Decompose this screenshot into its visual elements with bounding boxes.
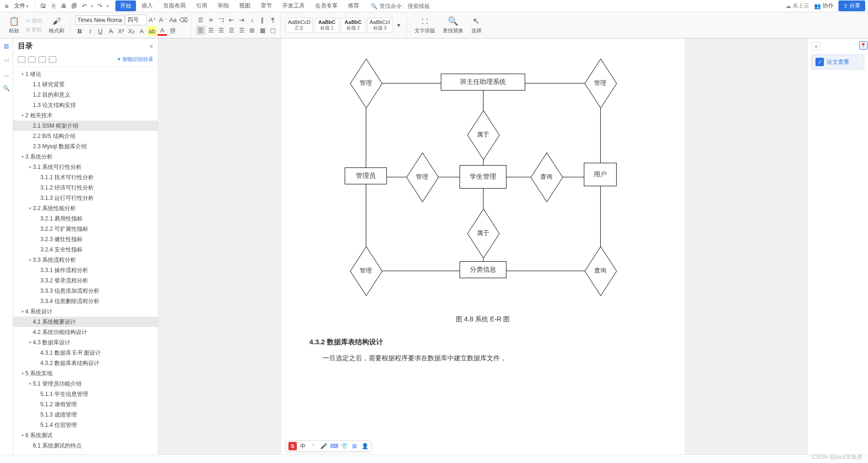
pages-rail-icon[interactable]: ▭: [2, 55, 11, 65]
tree-item[interactable]: 5.1.4 住宿管理: [13, 420, 158, 430]
hamburger-icon[interactable]: ≡: [3, 1, 10, 11]
document-area[interactable]: 管理 管理 班主任助理系统 属于 管理员 管理 学生管理 查询 用户 属于 管理…: [159, 38, 807, 455]
tree-caret-icon[interactable]: ▾: [27, 338, 33, 347]
increase-font-icon[interactable]: A⁺: [148, 15, 157, 25]
font-size-select[interactable]: 四号: [125, 15, 147, 25]
tree-caret-icon[interactable]: ▾: [20, 369, 25, 378]
tree-caret-icon[interactable]: ▾: [27, 163, 33, 171]
ime-user-icon[interactable]: 👤: [361, 442, 369, 450]
tree-item[interactable]: 4.2 系统功能结构设计: [13, 327, 158, 337]
tab-dev-tools[interactable]: 开发工具: [278, 0, 309, 11]
tree-caret-icon[interactable]: ▾: [27, 204, 33, 213]
tree-item[interactable]: 3.1.3 运行可行性分析: [13, 193, 158, 203]
tree-item[interactable]: ▾3 系统分析: [13, 152, 158, 162]
tree-item[interactable]: 2.3 Mysql 数据库介绍: [13, 141, 158, 152]
tree-item[interactable]: ▾3.2 系统性能分析: [13, 203, 158, 213]
bold-button[interactable]: B: [75, 26, 84, 36]
tree-item[interactable]: 5.1.2 请假管理: [13, 399, 158, 410]
tree-caret-icon[interactable]: ▾: [20, 70, 25, 78]
paper-check-button[interactable]: ✓ 论文查重: [811, 54, 864, 69]
underline-button[interactable]: U: [96, 26, 105, 36]
outline-tree[interactable]: ▾1 绪论1.1 研究背景1.2 目的和意义1.3 论文结构安排▾2 相关技术2…: [13, 67, 158, 455]
cut-button[interactable]: ✂剪切: [24, 17, 44, 25]
line-spacing-button[interactable]: ‖: [258, 15, 267, 25]
ime-toolbar[interactable]: S 中 ° 🎤 ⌨ 👕 ⊞ 👤: [286, 440, 371, 452]
find-replace-button[interactable]: 🔍查找替换: [440, 15, 466, 35]
tree-item[interactable]: ▾1 绪论: [13, 69, 158, 79]
text-layout-button[interactable]: ⸬文字排版: [412, 15, 438, 35]
tree-item[interactable]: 5.1.1 学生信息管理: [13, 389, 158, 399]
collapse-button[interactable]: ≡: [811, 42, 821, 51]
align-left-button[interactable]: ☰: [196, 26, 205, 35]
change-case-icon[interactable]: Aa: [168, 15, 178, 25]
tree-item[interactable]: 3.2.1 易用性指标: [13, 213, 158, 224]
style-heading3[interactable]: AaBbCcI标题 3: [367, 18, 392, 33]
tree-item[interactable]: ▾3.1 系统可行性分析: [13, 162, 158, 172]
tab-references[interactable]: 引用: [191, 0, 212, 11]
numbering-button[interactable]: ≡: [206, 15, 216, 25]
tree-item[interactable]: 6.1 系统测试的特点: [13, 440, 158, 451]
ime-apps-icon[interactable]: ⊞: [350, 442, 359, 450]
tab-chapter[interactable]: 章节: [256, 0, 277, 11]
superscript-button[interactable]: X²: [116, 26, 126, 36]
search-input[interactable]: [379, 3, 436, 9]
tree-item[interactable]: 2.1 SSM 框架介绍: [13, 121, 158, 131]
ime-mic-icon[interactable]: 🎤: [319, 442, 328, 450]
tree-item[interactable]: 3.3.2 登录流程分析: [13, 275, 158, 286]
tree-item[interactable]: ▾2 相关技术: [13, 110, 158, 121]
tree-item[interactable]: 3.1.1 技术可行性分析: [13, 172, 158, 182]
tree-item[interactable]: 4.1 系统概要设计: [13, 317, 158, 327]
pin-icon[interactable]: 📍: [859, 41, 868, 50]
tree-item[interactable]: 3.3.3 信息添加流程分析: [13, 286, 158, 296]
tree-item[interactable]: 1.1 研究背景: [13, 79, 158, 90]
tree-item[interactable]: 3.2.4 安全性指标: [13, 244, 158, 255]
outline-level1-icon[interactable]: [18, 56, 25, 63]
outline-level3-icon[interactable]: [38, 56, 46, 63]
tab-insert[interactable]: 插入: [137, 0, 158, 11]
tree-item[interactable]: 1.3 论文结构安排: [13, 100, 158, 110]
shading-button[interactable]: ▦: [258, 26, 267, 35]
tree-item[interactable]: ▾4 系统设计: [13, 306, 158, 317]
chevron-down-icon[interactable]: ▾: [91, 4, 93, 8]
tab-member[interactable]: 会员专享: [310, 0, 342, 11]
collab-button[interactable]: 👥 协作: [814, 2, 834, 10]
phonetic-button[interactable]: 拼: [168, 26, 177, 36]
bookmark-rail-icon[interactable]: ◡: [2, 69, 11, 79]
font-name-select[interactable]: Times New Roma: [75, 15, 124, 25]
clear-format-icon[interactable]: ⌫: [179, 15, 188, 25]
show-marks-button[interactable]: ¶: [268, 15, 278, 25]
ime-logo-icon[interactable]: S: [288, 442, 297, 450]
tree-caret-icon[interactable]: ▾: [20, 307, 25, 316]
borders-button[interactable]: ▢: [268, 26, 278, 35]
search-rail-icon[interactable]: 🔍: [2, 83, 11, 93]
outline-rail-icon[interactable]: ▥: [2, 41, 11, 51]
tab-view[interactable]: 视图: [234, 0, 255, 11]
ime-keyboard-icon[interactable]: ⌨: [330, 442, 338, 450]
select-button[interactable]: ↖选择: [468, 15, 485, 35]
tree-item[interactable]: 5.1.3 成绩管理: [13, 410, 158, 420]
ime-lang[interactable]: 中: [299, 442, 307, 450]
print-preview-icon[interactable]: 🗐: [70, 2, 78, 10]
styles-more-button[interactable]: ▾: [394, 21, 404, 30]
decrease-font-icon[interactable]: A⁻: [158, 15, 167, 25]
tree-item[interactable]: ▾6 系统测试: [13, 430, 158, 440]
print-icon[interactable]: 🖶: [60, 2, 68, 10]
file-menu[interactable]: 文件 ▾: [11, 1, 31, 11]
tree-item[interactable]: 4.3.2 数据库表结构设计: [13, 358, 158, 368]
undo-icon[interactable]: ↶: [81, 2, 88, 10]
paste-button[interactable]: 📋 粘贴: [6, 15, 23, 35]
tree-caret-icon[interactable]: ▾: [20, 431, 25, 440]
tab-recommend[interactable]: 推荐: [343, 0, 364, 11]
tree-caret-icon[interactable]: ▾: [27, 380, 33, 388]
subscript-button[interactable]: X₂: [127, 26, 136, 36]
tree-item[interactable]: 3.2.2 可扩展性指标: [13, 224, 158, 234]
bullets-button[interactable]: ☰: [196, 15, 205, 25]
copy-button[interactable]: ⧉复制: [24, 26, 44, 34]
tree-caret-icon[interactable]: ▾: [27, 256, 33, 264]
format-painter-button[interactable]: 🖌 格式刷: [46, 15, 67, 35]
share-button[interactable]: ⇪ 分享: [838, 0, 865, 11]
tree-caret-icon[interactable]: ▾: [20, 152, 25, 161]
tree-item[interactable]: 2.2 B/S 结构介绍: [13, 131, 158, 141]
tree-item[interactable]: ▾3.3 系统流程分析: [13, 255, 158, 265]
style-heading1[interactable]: AaBbC标题 1: [315, 18, 339, 33]
